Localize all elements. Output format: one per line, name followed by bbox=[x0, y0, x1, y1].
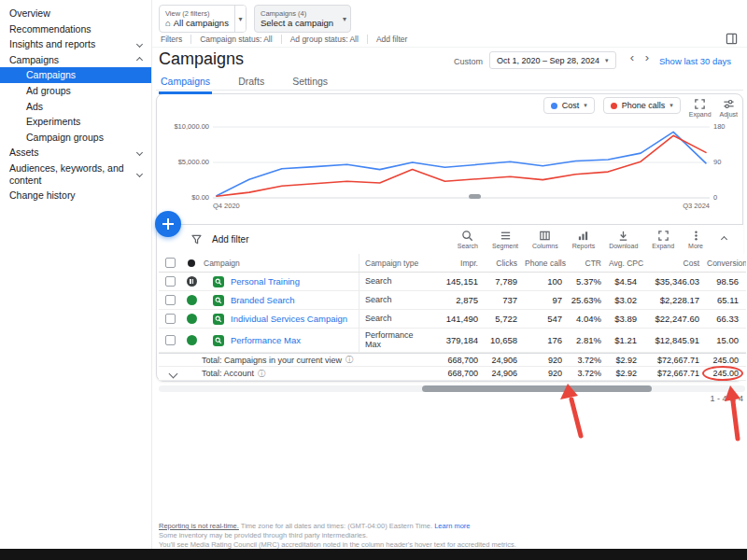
campaign-selector-dropdown[interactable]: Campaigns (4) Select a campaign ▾ bbox=[254, 5, 351, 33]
x-axis-tick: Q3 2024 bbox=[667, 202, 710, 210]
campaign-link[interactable]: Individual Services Campaign bbox=[231, 314, 347, 324]
filter-funnel-icon[interactable] bbox=[190, 233, 203, 245]
tab-drafts[interactable]: Drafts bbox=[236, 74, 266, 94]
add-filter-link[interactable]: Add filter bbox=[367, 35, 416, 44]
chart-expand-button[interactable]: Expand bbox=[689, 97, 712, 118]
campaign-link[interactable]: Personal Training bbox=[231, 276, 300, 287]
chevron-up-icon bbox=[721, 236, 727, 243]
table-add-filter-button[interactable]: Add filter bbox=[212, 234, 248, 245]
toolbar-action-expand[interactable]: Expand bbox=[652, 230, 674, 249]
date-range-picker[interactable]: Oct 1, 2020 – Sep 28, 2024 ▾ bbox=[489, 51, 616, 69]
reports-icon bbox=[577, 230, 589, 242]
metric-selector-cost[interactable]: Cost ▾ bbox=[543, 97, 595, 114]
sidebar-item-change-history[interactable]: Change history bbox=[0, 188, 151, 203]
column-header-cost[interactable]: Cost bbox=[644, 259, 707, 268]
expand-icon bbox=[657, 230, 669, 242]
column-header-campaign-type[interactable]: Campaign type bbox=[359, 259, 425, 268]
tab-bar: Campaigns Drafts Settings bbox=[159, 74, 330, 94]
column-header-impr[interactable]: Impr. bbox=[425, 259, 486, 268]
toolbar-action-search[interactable]: Search bbox=[458, 230, 478, 249]
campaign-type-badge-icon bbox=[213, 295, 224, 306]
sidebar-item-label: Overview bbox=[9, 7, 142, 20]
date-next-button[interactable]: › bbox=[641, 50, 654, 64]
sidebar-item-campaigns[interactable]: Campaigns bbox=[0, 52, 151, 68]
chevron-down-icon: ▾ bbox=[234, 6, 246, 32]
learn-more-link[interactable]: Learn more bbox=[434, 522, 470, 530]
column-header-ctr[interactable]: CTR bbox=[570, 259, 609, 268]
campaign-row: Performance MaxPerformance Max379,18410,… bbox=[159, 329, 746, 353]
filters-button[interactable]: Filters bbox=[152, 35, 190, 44]
status-enabled-icon[interactable] bbox=[187, 314, 197, 324]
y-axis-tick: $10,000.00 bbox=[161, 122, 209, 131]
view-filter-dropdown[interactable]: View (2 filters) ⌂ All campaigns ▾ bbox=[159, 5, 247, 33]
chart-adjust-button[interactable]: Adjust bbox=[720, 97, 738, 118]
toolbar-action-label: Search bbox=[458, 243, 478, 249]
toolbar-action-download[interactable]: Download bbox=[609, 230, 638, 249]
metric-selector-phone-calls[interactable]: Phone calls ▾ bbox=[603, 97, 681, 114]
metric-phone-calls: 97 bbox=[525, 295, 570, 305]
sidebar-item-label: Assets bbox=[9, 147, 137, 159]
sidebar-item-insights-and-reports[interactable]: Insights and reports bbox=[0, 36, 151, 52]
show-last-30-days-link[interactable]: Show last 30 days bbox=[659, 56, 731, 66]
total-metric-conversions: 245.00 bbox=[707, 369, 746, 378]
sidebar-item-label: Campaigns bbox=[9, 54, 137, 66]
info-icon[interactable]: ⓘ bbox=[258, 369, 265, 379]
date-prev-button[interactable]: ‹ bbox=[626, 50, 639, 64]
sidebar-item-overview[interactable]: Overview bbox=[0, 6, 151, 21]
toolbar-action-more[interactable]: More bbox=[688, 230, 703, 249]
column-header-avg-cpc[interactable]: Avg. CPC bbox=[609, 259, 644, 268]
chevron-down-icon: ▾ bbox=[605, 57, 609, 64]
campaign-status-filter[interactable]: Campaign status: All bbox=[190, 35, 280, 44]
column-header-campaign[interactable]: Campaign bbox=[202, 254, 359, 272]
sidebar-item-campaign-groups[interactable]: Campaign groups bbox=[0, 130, 151, 146]
sidebar-item-audiences-keywords-and-content[interactable]: Audiences, keywords, and content bbox=[0, 161, 151, 188]
total-label: Total: Account bbox=[202, 369, 254, 378]
toolbar-action-segment[interactable]: Segment bbox=[492, 230, 518, 249]
info-icon[interactable]: ⓘ bbox=[345, 355, 353, 365]
campaign-link[interactable]: Branded Search bbox=[231, 295, 295, 305]
column-header-clicks[interactable]: Clicks bbox=[486, 259, 525, 268]
add-campaign-fab[interactable] bbox=[155, 211, 181, 237]
campaign-type-badge-icon bbox=[213, 314, 224, 325]
side-panel-icon[interactable] bbox=[726, 33, 738, 45]
tab-campaigns[interactable]: Campaigns bbox=[159, 74, 212, 94]
bottom-bar bbox=[0, 549, 747, 560]
row-checkbox[interactable] bbox=[165, 314, 176, 324]
toolbar-action-columns[interactable]: Columns bbox=[532, 230, 558, 249]
horizontal-scrollbar-thumb[interactable] bbox=[422, 385, 652, 392]
sidebar-item-campaigns[interactable]: Campaigns bbox=[0, 67, 151, 83]
metric-cost: $2,228.17 bbox=[644, 295, 707, 305]
sidebar-nav: OverviewRecommendationsInsights and repo… bbox=[0, 6, 151, 203]
reporting-link[interactable]: Reporting is not real-time. bbox=[159, 522, 239, 530]
status-paused-icon[interactable] bbox=[187, 276, 197, 287]
column-header-conversions[interactable]: Conversions bbox=[707, 259, 746, 268]
chart-timeline-slider[interactable] bbox=[469, 194, 481, 199]
sidebar-item-recommendations[interactable]: Recommendations bbox=[0, 21, 151, 37]
row-checkbox[interactable] bbox=[165, 295, 176, 305]
sidebar-item-label: Insights and reports bbox=[9, 38, 137, 50]
ad-group-status-filter[interactable]: Ad group status: All bbox=[281, 35, 367, 44]
sidebar-item-experiments[interactable]: Experiments bbox=[0, 114, 151, 130]
campaign-link[interactable]: Performance Max bbox=[231, 335, 301, 345]
expand-totals-chevron-icon[interactable] bbox=[169, 369, 178, 378]
toolbar-action-label: Reports bbox=[572, 243, 596, 249]
sidebar-item-assets[interactable]: Assets bbox=[0, 145, 151, 161]
row-checkbox[interactable] bbox=[165, 335, 176, 345]
footer-line-2: Some inventory may be provided through t… bbox=[159, 531, 516, 540]
sidebar-item-ad-groups[interactable]: Ad groups bbox=[0, 83, 151, 99]
table-body: Personal TrainingSearch145,1517,7891005.… bbox=[159, 273, 746, 381]
cost-series-dot bbox=[551, 103, 557, 109]
metric-phone-calls: 547 bbox=[525, 314, 570, 324]
y2-axis-tick: 90 bbox=[713, 158, 736, 166]
status-enabled-icon[interactable] bbox=[187, 335, 197, 345]
status-enabled-icon[interactable] bbox=[187, 295, 197, 305]
toolbar-action-reports[interactable]: Reports bbox=[572, 230, 596, 249]
column-header-phone-calls[interactable]: Phone calls bbox=[525, 259, 570, 268]
metric-conversions: 65.11 bbox=[707, 295, 746, 305]
tab-settings[interactable]: Settings bbox=[290, 74, 330, 94]
metric-pill-label: Phone calls bbox=[622, 101, 666, 110]
sidebar-item-ads[interactable]: Ads bbox=[0, 99, 151, 115]
collapse-table-button[interactable] bbox=[718, 233, 730, 245]
select-all-checkbox[interactable] bbox=[165, 258, 176, 268]
row-checkbox[interactable] bbox=[165, 276, 176, 287]
